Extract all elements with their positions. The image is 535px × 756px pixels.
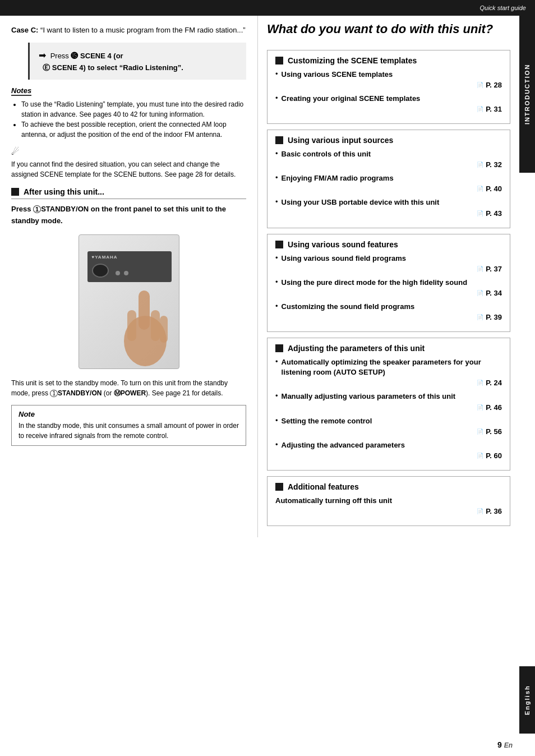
input-item-3: • Using your USB portable device with th… xyxy=(275,197,502,217)
params-item-2-pagenum: P. 46 xyxy=(486,403,502,412)
note-text: In the standby mode, this unit consumes … xyxy=(19,421,239,441)
params-item-1-pagenum: P. 24 xyxy=(486,379,502,387)
page-ref-icon-p4: 📄 xyxy=(477,453,483,459)
svg-rect-1 xyxy=(139,291,150,330)
page-ref-icon-p3: 📄 xyxy=(477,428,483,435)
feature-box-params: Adjusting the parameters of this unit • … xyxy=(267,338,510,471)
page-ref-icon: 📄 xyxy=(477,82,483,88)
scene-item-2: • Creating your original SCENE templates… xyxy=(275,94,502,113)
tip-icon: ☄ xyxy=(11,146,246,157)
power-circle: Ⓜ xyxy=(114,389,121,397)
additional-title: Additional features xyxy=(288,482,359,491)
note-item-1: To use the “Radio Listening” template, y… xyxy=(21,99,246,119)
sound-item-3-header: • Customizing the sound field programs xyxy=(275,302,502,312)
feature-box-input: Using various input sources • Basic cont… xyxy=(267,130,510,228)
scene-title: Customizing the SCENE templates xyxy=(288,56,417,65)
scene-item-1-pagenum: P. 28 xyxy=(486,81,502,89)
english-tab: English xyxy=(519,666,535,734)
bullet-p2: • xyxy=(275,391,278,400)
standby-desc: This unit is set to the standby mode. To… xyxy=(11,378,246,398)
params-title: Adjusting the parameters of this unit xyxy=(288,344,425,353)
feature-box-sound: Using various sound features • Using var… xyxy=(267,234,510,333)
scene-box-title: Customizing the SCENE templates xyxy=(275,56,502,65)
additional-box-title: Additional features xyxy=(275,482,502,491)
sound-item-1: • Using various sound field programs 📄 P… xyxy=(275,253,502,273)
params-item-4-header: • Adjusting the advanced parameters xyxy=(275,440,502,450)
input-item-2-page: 📄 P. 40 xyxy=(275,185,502,193)
page-ref-icon-2: 📄 xyxy=(477,106,483,112)
notes-title: Notes xyxy=(11,86,31,96)
feature-box-additional: Additional features Automatically turnin… xyxy=(267,476,510,526)
bullet-icon-2: • xyxy=(275,94,278,102)
params-box-title: Adjusting the parameters of this unit xyxy=(275,344,502,353)
scene-item-1-header: • Using various SCENE templates xyxy=(275,70,502,80)
page-num-value: 9 xyxy=(497,740,502,749)
scene4-e-text: SCENE 4) to select “Radio Listening”. xyxy=(52,63,183,72)
input-item-2-header: • Enjoying FM/AM radio programs xyxy=(275,173,502,183)
params-item-1-page: 📄 P. 24 xyxy=(275,379,502,387)
input-item-2-pagenum: P. 40 xyxy=(486,185,502,193)
sound-item-2-page: 📄 P. 34 xyxy=(275,289,502,297)
params-item-3-header: • Setting the remote control xyxy=(275,416,502,426)
svg-rect-3 xyxy=(151,310,160,341)
sound-item-2: • Using the pure direct mode for the hig… xyxy=(275,278,502,297)
params-item-4: • Adjusting the advanced parameters 📄 P.… xyxy=(275,440,502,460)
additional-item-1: Automatically turning off this unit 📄 P.… xyxy=(275,496,502,515)
params-item-3-page: 📄 P. 56 xyxy=(275,427,502,436)
bullet-p3: • xyxy=(275,416,278,425)
sound-item-2-header: • Using the pure direct mode for the hig… xyxy=(275,278,502,288)
page-number: 9 En xyxy=(497,740,513,749)
scene-item-1-label: Using various SCENE templates xyxy=(282,70,393,80)
notes-list: To use the “Radio Listening” template, y… xyxy=(11,99,246,140)
params-item-4-pagenum: P. 60 xyxy=(486,451,502,460)
button1 xyxy=(116,271,120,275)
bullet-s2: • xyxy=(275,278,278,286)
main-container: Case C: “I want to listen to a music pro… xyxy=(0,16,519,537)
page-suffix: En xyxy=(504,741,513,749)
sound-sq-icon xyxy=(275,241,283,248)
case-c-section: Case C: “I want to listen to a music pro… xyxy=(11,25,246,36)
scene-item-2-pagenum: P. 31 xyxy=(486,105,502,113)
page-ref-icon-p1: 📄 xyxy=(477,380,483,386)
note-item-2: To achieve the best possible reception, … xyxy=(21,119,246,140)
standby-on-small: STANDBY/ON xyxy=(58,389,102,397)
svg-rect-4 xyxy=(160,316,168,343)
arrow-icon: ➡ xyxy=(39,50,46,60)
standby-circle-icon: 1 xyxy=(33,205,41,213)
params-item-1-label: Automatically optimizing the speaker par… xyxy=(282,357,502,377)
note-box: Note In the standby mode, this unit cons… xyxy=(11,405,246,446)
page-ref-icon-s2: 📄 xyxy=(477,290,483,296)
bullet-p4: • xyxy=(275,440,278,449)
page-title: What do you want to do with this unit? xyxy=(267,21,510,42)
bullet-i1: • xyxy=(275,149,278,158)
left-column: Case C: “I want to listen to a music pro… xyxy=(0,16,258,537)
params-item-2-page: 📄 P. 46 xyxy=(275,403,502,412)
power-label: POWER xyxy=(121,389,146,397)
input-item-1-page: 📄 P. 32 xyxy=(275,160,502,169)
input-item-3-label: Using your USB portable device with this… xyxy=(282,197,440,208)
params-item-2-header: • Manually adjusting various parameters … xyxy=(275,391,502,402)
device-image-inner: ♥YAMAHA xyxy=(79,235,179,368)
sound-item-1-label: Using various sound field programs xyxy=(282,253,406,264)
tip-section: ☄ If you cannot find the desired situati… xyxy=(11,146,246,179)
scene-sq-icon xyxy=(275,57,283,64)
params-item-2-label: Manually adjusting various parameters of… xyxy=(282,391,456,402)
input-title: Using various input sources xyxy=(288,136,393,145)
additional-item-1-header: Automatically turning off this unit xyxy=(275,496,502,506)
additional-sq-icon xyxy=(275,483,283,491)
bullet-icon: • xyxy=(275,70,278,78)
input-item-3-header: • Using your USB portable device with th… xyxy=(275,197,502,208)
sound-item-1-pagenum: P. 37 xyxy=(486,265,502,273)
sound-item-3-pagenum: P. 39 xyxy=(486,313,502,321)
case-text: “I want to listen to a music program fro… xyxy=(40,26,246,34)
scene-item-2-header: • Creating your original SCENE templates xyxy=(275,94,502,104)
params-item-3: • Setting the remote control 📄 P. 56 xyxy=(275,416,502,436)
page-ref-icon-i3: 📄 xyxy=(477,210,483,216)
notes-section: Notes To use the “Radio Listening” templ… xyxy=(11,86,246,140)
yamaha-logo: ♥YAMAHA xyxy=(92,255,118,260)
bullet-p1: • xyxy=(275,357,278,366)
device-sketch: ♥YAMAHA xyxy=(79,234,179,369)
params-item-1: • Automatically optimizing the speaker p… xyxy=(275,357,502,387)
after-section-header: After using this unit... xyxy=(11,187,246,199)
input-item-1: • Basic controls of this unit 📄 P. 32 xyxy=(275,149,502,169)
